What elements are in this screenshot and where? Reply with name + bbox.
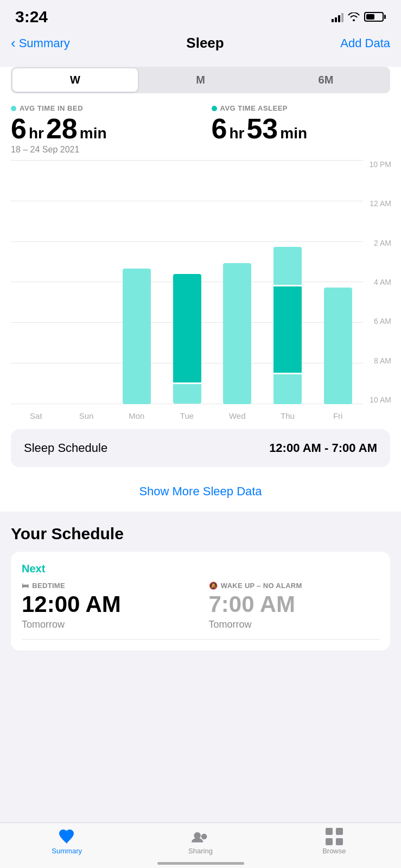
svg-rect-2 bbox=[326, 828, 333, 835]
main-content: W M 6M AVG TIME IN BED 6 hr 28 min bbox=[0, 67, 401, 512]
tab-bar: Summary Sharing Browse bbox=[0, 822, 401, 868]
sleep-schedule-label: Sleep Schedule bbox=[24, 441, 107, 455]
bars-row bbox=[11, 160, 363, 404]
x-label-sat: Sat bbox=[30, 411, 42, 420]
asleep-minutes: 53 bbox=[246, 114, 278, 143]
bedtime-type-label: BEDTIME bbox=[32, 582, 65, 590]
tab-sharing[interactable]: Sharing bbox=[133, 828, 267, 855]
nav-bar: ‹ Summary Sleep Add Data bbox=[0, 30, 401, 58]
sleep-schedule-time: 12:00 AM - 7:00 AM bbox=[269, 441, 377, 455]
period-month-button[interactable]: M bbox=[138, 68, 263, 92]
wakeup-type-label: WAKE UP – NO ALARM bbox=[221, 582, 302, 590]
x-label-thu: Thu bbox=[281, 411, 295, 420]
bar-tue bbox=[162, 160, 212, 404]
asleep-hr-unit: hr bbox=[229, 125, 244, 142]
tab-browse[interactable]: Browse bbox=[268, 828, 401, 855]
x-label-sun: Sun bbox=[79, 411, 94, 420]
asleep-dot bbox=[212, 106, 217, 111]
card-divider bbox=[22, 639, 379, 640]
bar-thu bbox=[263, 160, 313, 404]
sharing-icon bbox=[192, 828, 209, 845]
home-indicator bbox=[157, 862, 244, 865]
heart-icon bbox=[58, 828, 75, 845]
x-label-fri: Fri bbox=[333, 411, 343, 420]
bed-icon: 🛏 bbox=[22, 582, 29, 590]
bedtime-col: 🛏 BEDTIME 12:00 AM Tomorrow bbox=[22, 582, 193, 630]
period-selector: W M 6M bbox=[11, 67, 390, 93]
y-label-4am: 4 AM bbox=[363, 278, 391, 286]
your-schedule-section: Your Schedule Next 🛏 BEDTIME 12:00 AM To… bbox=[0, 512, 401, 661]
bar-mon bbox=[111, 160, 162, 404]
no-alarm-icon: 🔕 bbox=[209, 582, 218, 590]
period-week-button[interactable]: W bbox=[12, 68, 138, 92]
bar-sun bbox=[61, 160, 112, 404]
y-label-12am: 12 AM bbox=[363, 199, 391, 208]
sleep-chart: Sat Sun Mon Tue Wed Thu Fri 10 PM 12 AM … bbox=[0, 160, 401, 420]
inbed-hr-unit: hr bbox=[29, 125, 44, 142]
inbed-minutes: 28 bbox=[46, 114, 78, 143]
x-label-mon: Mon bbox=[129, 411, 144, 420]
chart-bars-area: Sat Sun Mon Tue Wed Thu Fri bbox=[11, 160, 363, 420]
wifi-icon bbox=[348, 12, 360, 21]
avg-time-asleep-block: AVG TIME ASLEEP 6 hr 53 min bbox=[212, 104, 391, 143]
inbed-min-unit: min bbox=[80, 125, 107, 142]
bar-fri bbox=[313, 160, 363, 404]
svg-rect-3 bbox=[336, 828, 343, 835]
period-6month-button[interactable]: 6M bbox=[263, 68, 389, 92]
inbed-hours: 6 bbox=[11, 114, 27, 143]
y-label-6am: 6 AM bbox=[363, 317, 391, 326]
page-title: Sleep bbox=[186, 35, 224, 52]
tab-summary-label: Summary bbox=[52, 847, 82, 855]
status-icons bbox=[332, 11, 386, 22]
status-time: 3:24 bbox=[15, 8, 48, 26]
wakeup-col: 🔕 WAKE UP – NO ALARM 7:00 AM Tomorrow bbox=[209, 582, 380, 630]
date-range: 18 – 24 Sep 2021 bbox=[11, 145, 390, 155]
bar-wed bbox=[212, 160, 263, 404]
inbed-dot bbox=[11, 106, 16, 111]
asleep-min-unit: min bbox=[280, 125, 307, 142]
svg-rect-5 bbox=[336, 838, 343, 845]
wakeup-time: 7:00 AM bbox=[209, 592, 380, 617]
y-label-2am: 2 AM bbox=[363, 239, 391, 247]
wakeup-day: Tomorrow bbox=[209, 619, 380, 630]
y-label-10am: 10 AM bbox=[363, 395, 391, 404]
chevron-left-icon: ‹ bbox=[11, 35, 16, 52]
avg-time-in-bed-block: AVG TIME IN BED 6 hr 28 min bbox=[11, 104, 190, 143]
svg-rect-4 bbox=[326, 838, 333, 845]
show-more-button[interactable]: Show More Sleep Data bbox=[0, 476, 401, 512]
bedtime-day: Tomorrow bbox=[22, 619, 193, 630]
next-label: Next bbox=[22, 563, 379, 575]
x-labels: Sat Sun Mon Tue Wed Thu Fri bbox=[11, 407, 363, 420]
browse-icon bbox=[326, 828, 343, 845]
y-labels: 10 PM 12 AM 2 AM 4 AM 6 AM 8 AM 10 AM bbox=[363, 160, 396, 420]
asleep-hours: 6 bbox=[212, 114, 227, 143]
y-label-8am: 8 AM bbox=[363, 356, 391, 365]
back-button[interactable]: ‹ Summary bbox=[11, 35, 70, 52]
y-label-10pm: 10 PM bbox=[363, 160, 391, 169]
svg-point-0 bbox=[194, 832, 201, 839]
asleep-label: AVG TIME ASLEEP bbox=[220, 104, 288, 112]
schedule-detail-row: 🛏 BEDTIME 12:00 AM Tomorrow 🔕 WAKE UP – … bbox=[22, 582, 379, 630]
your-schedule-title: Your Schedule bbox=[11, 525, 390, 543]
x-label-tue: Tue bbox=[180, 411, 194, 420]
bedtime-time: 12:00 AM bbox=[22, 592, 193, 617]
tab-summary[interactable]: Summary bbox=[0, 828, 133, 855]
inbed-label: AVG TIME IN BED bbox=[20, 104, 83, 112]
sleep-schedule-card[interactable]: Sleep Schedule 12:00 AM - 7:00 AM bbox=[11, 429, 390, 467]
signal-bars-icon bbox=[332, 11, 343, 22]
stats-section: AVG TIME IN BED 6 hr 28 min AVG TIME ASL… bbox=[0, 104, 401, 160]
schedule-detail-card: Next 🛏 BEDTIME 12:00 AM Tomorrow 🔕 WAKE … bbox=[11, 552, 390, 650]
tab-browse-label: Browse bbox=[322, 847, 346, 855]
svg-point-1 bbox=[201, 834, 207, 840]
tab-sharing-label: Sharing bbox=[188, 847, 213, 855]
battery-icon bbox=[364, 12, 386, 22]
back-label: Summary bbox=[19, 36, 70, 50]
x-label-wed: Wed bbox=[229, 411, 246, 420]
bar-sat bbox=[11, 160, 61, 404]
add-data-button[interactable]: Add Data bbox=[340, 36, 390, 50]
status-bar: 3:24 bbox=[0, 0, 401, 30]
